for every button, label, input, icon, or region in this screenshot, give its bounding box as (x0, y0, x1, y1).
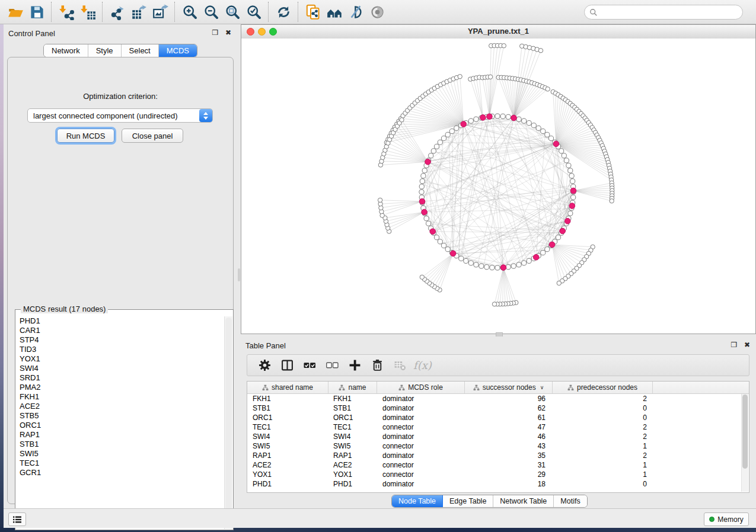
attribute-tree-icon (567, 384, 574, 391)
node-table-body: FKH1FKH1dominator962STB1STB1dominator620… (247, 394, 749, 489)
import-network-icon[interactable] (56, 2, 77, 21)
mcds-result-item[interactable]: SWI4 (16, 364, 225, 373)
split-view-icon[interactable] (276, 357, 298, 374)
tab-select[interactable]: Select (122, 44, 159, 57)
mcds-result-item[interactable]: STB5 (16, 411, 225, 421)
table-panel-title: Table Panel (245, 341, 286, 350)
tab-network[interactable]: Network (44, 44, 88, 57)
toolbar-separator (51, 2, 52, 22)
show-annotations-icon[interactable] (366, 2, 388, 21)
zoom-out-icon[interactable] (200, 2, 222, 21)
open-folder-icon[interactable] (5, 2, 26, 21)
mcds-result-item[interactable]: STP4 (16, 335, 225, 345)
mcds-result-item[interactable]: STB1 (16, 440, 225, 449)
table-panel-float-icon[interactable]: ❒ (730, 341, 738, 349)
select-all-icon[interactable] (298, 357, 321, 374)
zoom-in-icon[interactable] (179, 2, 200, 21)
hide-annotations-icon[interactable] (345, 2, 366, 21)
mcds-result-item[interactable]: ORC1 (16, 421, 225, 430)
mcds-result-item[interactable]: PHD1 (16, 316, 225, 326)
mcds-result-item[interactable]: YOX1 (16, 354, 225, 364)
table-row[interactable]: TEC1TEC1connector472 (247, 422, 749, 432)
mcds-result-item[interactable]: GCR1 (16, 468, 225, 477)
add-column-icon[interactable] (343, 357, 366, 374)
table-row[interactable]: STB1STB1dominator620 (247, 403, 749, 413)
memory-status-icon (709, 517, 714, 522)
toolbar-separator (174, 2, 176, 22)
search-icon (589, 8, 598, 17)
mcds-result-item[interactable]: ACE2 (16, 402, 225, 411)
delete-column-icon[interactable] (366, 357, 388, 374)
attribute-tree-icon (473, 384, 480, 391)
table-row[interactable]: YOX1YOX1connector291 (247, 470, 749, 479)
mcds-result-item[interactable]: TID3 (16, 345, 225, 354)
mcds-result-item[interactable]: RAP1 (16, 430, 225, 440)
mcds-result-item[interactable]: TEC1 (16, 459, 225, 468)
export-network-icon[interactable] (107, 2, 128, 21)
table-row[interactable]: SWI5SWI5connector431 (247, 441, 749, 451)
save-icon[interactable] (26, 2, 47, 21)
table-tab-network-table[interactable]: Network Table (493, 495, 554, 507)
control-panel-tabs: NetworkStyleSelectMCDS (43, 44, 197, 57)
network-window-titlebar[interactable]: YPA_prune.txt_1 (241, 25, 755, 39)
attribute-tree-icon (262, 384, 269, 391)
zoom-selected-icon[interactable] (243, 2, 264, 21)
task-history-button[interactable] (8, 512, 26, 526)
column-header-predecessor-nodes[interactable]: predecessor nodes (553, 382, 653, 393)
node-table: shared namenameMCDS rolesuccessor nodes∨… (247, 381, 749, 493)
refresh-icon[interactable] (273, 2, 294, 21)
table-row[interactable]: ACE2ACE2connector311 (247, 460, 749, 470)
run-mcds-button[interactable]: Run MCDS (57, 129, 114, 143)
network-window-title: YPA_prune.txt_1 (241, 27, 755, 36)
tab-mcds[interactable]: MCDS (159, 44, 197, 57)
table-row[interactable]: ORC1ORC1dominator610 (247, 413, 749, 422)
column-header-successor-nodes[interactable]: successor nodes∨ (465, 382, 553, 393)
export-table-icon[interactable] (128, 2, 149, 21)
network-overview-icon[interactable] (324, 2, 345, 21)
table-row[interactable]: SWI4SWI4dominator462 (247, 432, 749, 441)
main-toolbar (0, 0, 756, 24)
memory-button[interactable]: Memory (704, 512, 749, 526)
table-tab-motifs[interactable]: Motifs (554, 495, 586, 507)
mcds-result-item[interactable]: PMA2 (16, 383, 225, 392)
column-header-name[interactable]: name (328, 382, 377, 393)
criterion-dropdown[interactable]: largest connected component (undirected) (27, 108, 213, 123)
network-window: YPA_prune.txt_1 (241, 24, 756, 334)
import-table-icon[interactable] (77, 2, 98, 21)
table-tab-node-table[interactable]: Node Table (392, 495, 443, 507)
export-image-icon[interactable] (149, 2, 171, 21)
close-panel-button[interactable]: Close panel (122, 129, 183, 143)
table-row[interactable]: FKH1FKH1dominator962 (247, 394, 749, 403)
control-panel-float-icon[interactable]: ❒ (211, 28, 219, 37)
network-canvas[interactable] (241, 39, 755, 334)
control-panel: Control Panel ❒ ✖ NetworkStyleSelectMCDS… (4, 24, 237, 508)
tab-style[interactable]: Style (88, 44, 122, 57)
application-window: Control Panel ❒ ✖ NetworkStyleSelectMCDS… (0, 0, 756, 532)
mcds-result-box: MCDS result (17 nodes) PHD1CAR1STP4TID3Y… (15, 309, 234, 530)
mcds-result-item[interactable]: SRD1 (16, 373, 225, 383)
clone-network-icon[interactable] (302, 2, 324, 21)
attribute-tree-icon (398, 384, 405, 391)
table-panel-close-icon[interactable]: ✖ (743, 341, 751, 349)
mcds-result-item[interactable]: FKH1 (16, 392, 225, 402)
optimization-criterion-label: Optimization criterion: (8, 92, 233, 101)
mcds-list-scrollbar[interactable] (224, 316, 232, 529)
column-header-shared-name[interactable]: shared name (247, 382, 328, 393)
table-scrollbar[interactable] (741, 394, 748, 492)
mcds-result-item[interactable]: SWI5 (16, 449, 225, 459)
table-row[interactable]: PHD1PHD1dominator180 (247, 479, 749, 489)
search-field[interactable] (584, 5, 743, 20)
settings-gear-icon[interactable] (253, 357, 276, 374)
mcds-result-item[interactable]: CAR1 (16, 326, 225, 335)
table-tab-edge-table[interactable]: Edge Table (443, 495, 493, 507)
deselect-all-icon[interactable] (321, 357, 343, 374)
column-header-MCDS-role[interactable]: MCDS role (377, 382, 465, 393)
status-bar: Memory (4, 508, 756, 528)
mcds-result-title: MCDS result (17 nodes) (21, 305, 108, 313)
dropdown-stepper-icon (199, 109, 212, 122)
table-row[interactable]: RAP1RAP1dominator352 (247, 451, 749, 460)
zoom-fit-icon[interactable] (222, 2, 243, 21)
control-panel-close-icon[interactable]: ✖ (224, 28, 232, 37)
search-input[interactable] (601, 8, 742, 17)
criterion-dropdown-value: largest connected component (undirected) (28, 111, 199, 120)
